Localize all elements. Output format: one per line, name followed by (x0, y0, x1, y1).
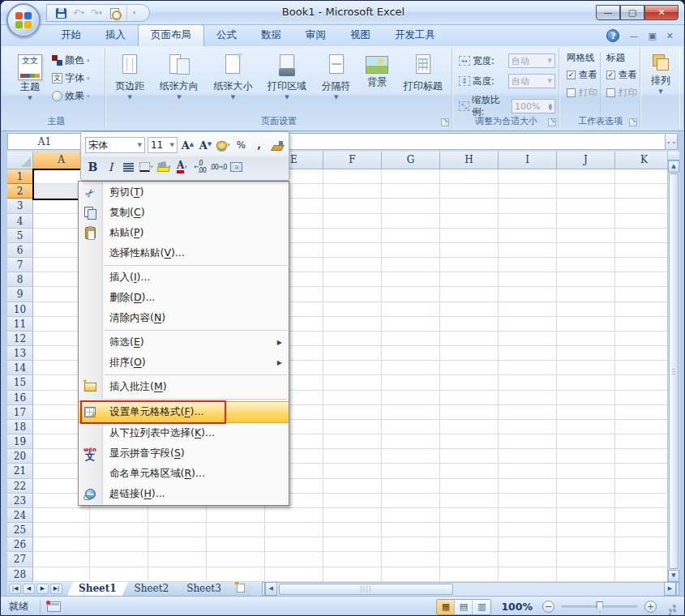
row-header-28[interactable]: 28 (7, 567, 33, 582)
cell-G5[interactable] (382, 229, 440, 243)
cell-H10[interactable] (440, 302, 499, 317)
cell-K9[interactable] (615, 287, 674, 302)
help-button[interactable]: ? (606, 29, 619, 42)
cell-J6[interactable] (557, 243, 615, 258)
cell-I16[interactable] (499, 391, 557, 405)
cell-G4[interactable] (382, 214, 440, 229)
cell-C24[interactable] (148, 508, 207, 523)
cell-F18[interactable] (323, 420, 382, 434)
checkbox-网格线-打印[interactable]: 打印 (567, 87, 600, 99)
cell-J13[interactable] (557, 346, 615, 361)
cell-J21[interactable] (557, 464, 615, 478)
cell-I26[interactable] (499, 537, 557, 552)
cell-H8[interactable] (440, 272, 499, 287)
sheet-tab-Sheet3[interactable]: Sheet3 (175, 582, 233, 596)
cell-H12[interactable] (440, 332, 499, 346)
cell-J14[interactable] (557, 361, 615, 375)
cell-H9[interactable] (440, 287, 499, 302)
cell-J19[interactable] (557, 434, 615, 449)
cell-K20[interactable] (615, 449, 674, 464)
cell-K21[interactable] (615, 464, 674, 478)
cell-K17[interactable] (615, 405, 674, 420)
sheet-options-dialog-launcher[interactable] (629, 118, 637, 126)
last-sheet-button[interactable]: ▶| (50, 584, 62, 594)
scroll-down-button[interactable]: ▼ (668, 570, 679, 582)
ribbon-button-背景[interactable]: 背景 (358, 50, 396, 91)
cell-E27[interactable] (265, 552, 323, 567)
cell-F27[interactable] (323, 552, 382, 567)
cell-C25[interactable] (148, 523, 207, 537)
menu-item-插入批注[interactable]: 插入批注(M) (79, 377, 289, 397)
horizontal-split-handle-right[interactable] (676, 582, 679, 596)
cell-J5[interactable] (557, 229, 615, 243)
cell-K18[interactable] (615, 420, 674, 434)
ribbon-button-页边距[interactable]: 页边距▼ (108, 50, 152, 102)
cell-J27[interactable] (557, 552, 615, 567)
cell-K14[interactable] (615, 361, 674, 375)
next-sheet-button[interactable]: ▶ (36, 584, 49, 594)
cell-F5[interactable] (323, 229, 382, 243)
menu-item-插入[interactable]: 插入(I)... (79, 267, 289, 288)
cell-J18[interactable] (557, 420, 615, 434)
increase-decimal-button[interactable]: ←.0.00 (192, 159, 208, 176)
cell-K28[interactable] (615, 567, 674, 582)
expand-formula-bar-button[interactable]: ⌄⌄ (666, 133, 678, 150)
arrange-button[interactable]: 排列 ▼ (642, 51, 679, 96)
cell-G25[interactable] (382, 523, 440, 537)
normal-view-button[interactable]: ▦ (437, 600, 455, 614)
cell-C28[interactable] (148, 567, 207, 582)
cell-K3[interactable] (615, 199, 674, 213)
ribbon-button-分隔符[interactable]: 分隔符▼ (314, 50, 358, 102)
tab-插入[interactable]: 插入 (93, 25, 138, 46)
menu-item-从下拉列表中选择[interactable]: 从下拉列表中选择(K)... (79, 423, 289, 443)
cell-F1[interactable] (323, 169, 382, 184)
menu-item-设置单元格格式[interactable]: 设置单元格格式(F)... (79, 401, 289, 423)
cell-I7[interactable] (499, 258, 557, 272)
column-header-H[interactable]: H (440, 152, 499, 169)
menu-item-清除内容[interactable]: 清除内容(N) (79, 308, 289, 328)
cell-G23[interactable] (382, 494, 440, 508)
cell-K8[interactable] (615, 272, 674, 287)
vertical-scrollbar[interactable]: ▲ ▼ (667, 152, 679, 582)
cell-J24[interactable] (557, 508, 615, 523)
cell-K27[interactable] (615, 552, 674, 567)
cell-I5[interactable] (499, 229, 557, 243)
cell-I14[interactable] (499, 361, 557, 375)
cell-B27[interactable] (90, 552, 148, 567)
cell-F17[interactable] (323, 405, 382, 420)
zoom-out-button[interactable]: − (542, 601, 554, 613)
menu-item-排序[interactable]: 排序(O)▶ (79, 353, 289, 373)
cell-D28[interactable] (207, 567, 265, 582)
cell-I12[interactable] (499, 332, 557, 346)
cell-J3[interactable] (557, 199, 615, 213)
shrink-font-button[interactable]: A▼ (198, 137, 213, 154)
cell-F20[interactable] (323, 449, 382, 464)
prev-sheet-button[interactable]: ◀ (23, 584, 35, 594)
ribbon-button-纸张大小[interactable]: 纸张大小▼ (206, 50, 260, 102)
cell-K2[interactable] (615, 184, 674, 199)
cell-A24[interactable] (33, 508, 90, 523)
checkbox-标题-打印[interactable]: 打印 (606, 87, 640, 99)
name-box[interactable]: A1 (7, 133, 82, 150)
cell-K26[interactable] (615, 537, 674, 552)
row-header-17[interactable]: 17 (7, 405, 33, 420)
cell-I2[interactable] (499, 184, 557, 199)
insert-worksheet-tab[interactable] (228, 582, 255, 596)
cell-H25[interactable] (440, 523, 499, 537)
cell-F19[interactable] (323, 434, 382, 449)
cell-H17[interactable] (440, 405, 499, 420)
cell-G21[interactable] (382, 464, 440, 478)
cell-J26[interactable] (557, 537, 615, 552)
cell-I27[interactable] (499, 552, 557, 567)
theme-effects-button[interactable]: 效果▾ (52, 88, 102, 104)
resize-grip[interactable] (666, 602, 676, 612)
cell-H5[interactable] (440, 229, 499, 243)
center-align-button[interactable] (121, 159, 136, 176)
cell-I9[interactable] (499, 287, 557, 302)
cell-F15[interactable] (323, 375, 382, 390)
cell-J9[interactable] (557, 287, 615, 302)
zoom-in-button[interactable]: + (644, 601, 657, 613)
cell-A27[interactable] (33, 552, 90, 567)
cell-K13[interactable] (615, 346, 674, 361)
cell-H23[interactable] (440, 494, 499, 508)
